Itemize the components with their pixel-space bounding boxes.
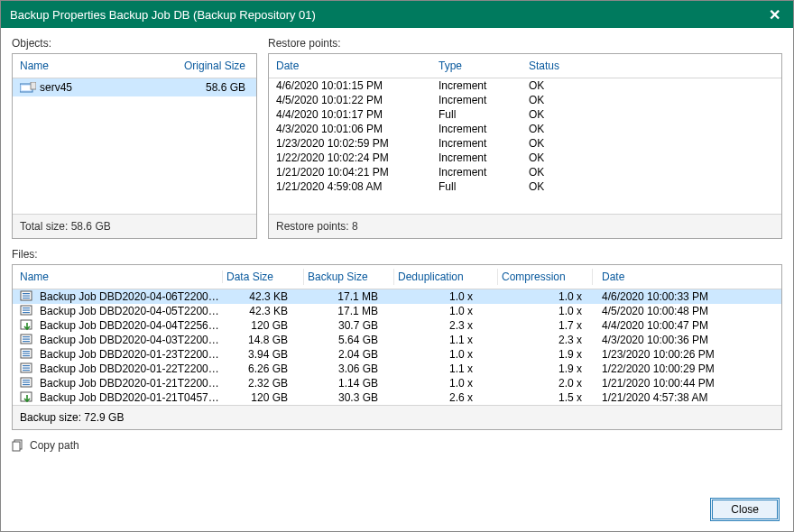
- object-size: 58.6 GB: [179, 81, 249, 94]
- file-data-size: 14.8 GB: [223, 334, 304, 346]
- rp-type: Increment: [439, 79, 529, 92]
- file-data-size: 120 GB: [223, 391, 304, 404]
- rp-status: OK: [529, 123, 601, 135]
- file-name: Backup Job DBD2020-04-06T220033_...: [40, 290, 223, 303]
- svg-rect-27: [23, 384, 30, 385]
- objects-label: Objects:: [12, 37, 257, 50]
- file-dedup: 1.0 x: [394, 305, 498, 317]
- copy-icon: [12, 439, 24, 452]
- objects-col-size[interactable]: Original Size: [179, 60, 249, 72]
- restore-row[interactable]: 1/21/2020 4:59:08 AMFullOK: [269, 179, 781, 194]
- svg-rect-30: [13, 442, 20, 451]
- close-button[interactable]: Close: [710, 498, 780, 521]
- files-col-data[interactable]: Data Size: [223, 271, 304, 283]
- file-comp: 1.0 x: [498, 305, 593, 317]
- files-row[interactable]: Backup Job DBD2020-01-21T045738_...120 G…: [13, 390, 781, 405]
- files-row[interactable]: Backup Job DBD2020-01-22T220029_...6.26 …: [13, 362, 781, 376]
- svg-rect-26: [23, 382, 30, 383]
- file-dedup: 1.0 x: [394, 377, 498, 390]
- rp-type: Full: [439, 108, 529, 121]
- svg-rect-23: [23, 370, 30, 371]
- files-label: Files:: [12, 248, 782, 261]
- titlebar[interactable]: Backup Properties Backup Job DB (Backup …: [1, 1, 793, 28]
- restore-col-status[interactable]: Status: [529, 60, 601, 72]
- svg-rect-8: [23, 307, 30, 308]
- file-dedup: 2.3 x: [394, 319, 498, 332]
- file-data-size: 6.26 GB: [223, 362, 304, 375]
- backup-file-icon: [20, 334, 34, 346]
- restore-row[interactable]: 4/4/2020 10:01:17 PMFullOK: [269, 107, 781, 122]
- objects-row[interactable]: serv4558.6 GB: [13, 78, 256, 96]
- rp-date: 1/22/2020 10:02:24 PM: [276, 151, 439, 164]
- files-col-backup[interactable]: Backup Size: [304, 271, 394, 283]
- svg-rect-21: [23, 365, 30, 366]
- rp-date: 4/4/2020 10:01:17 PM: [276, 108, 439, 121]
- files-row[interactable]: Backup Job DBD2020-04-03T220036_...14.8 …: [13, 333, 781, 347]
- restore-row[interactable]: 4/5/2020 10:01:22 PMIncrementOK: [269, 93, 781, 107]
- files-col-comp[interactable]: Compression: [498, 271, 593, 283]
- restore-col-type[interactable]: Type: [439, 60, 529, 72]
- file-date: 4/4/2020 10:00:47 PM: [593, 319, 774, 332]
- vm-icon: [20, 82, 34, 93]
- objects-section: Objects: Name Original Size serv4558.6 G…: [12, 37, 257, 239]
- objects-col-name[interactable]: Name: [20, 60, 179, 72]
- rp-date: 1/21/2020 4:59:08 AM: [276, 180, 439, 193]
- restore-row[interactable]: 1/22/2020 10:02:24 PMIncrementOK: [269, 151, 781, 165]
- svg-rect-13: [23, 336, 30, 337]
- file-name: Backup Job DBD2020-04-03T220036_...: [40, 334, 223, 346]
- restore-body: 4/6/2020 10:01:15 PMIncrementOK4/5/2020 …: [269, 78, 781, 214]
- file-date: 1/21/2020 4:57:38 AM: [593, 391, 774, 404]
- file-backup-size: 5.64 GB: [304, 334, 394, 346]
- backup-file-icon: [20, 377, 34, 390]
- files-section: Files: Name Data Size Backup Size Dedupl…: [12, 248, 782, 430]
- rp-status: OK: [529, 94, 601, 106]
- file-data-size: 120 GB: [223, 319, 304, 332]
- restore-col-date[interactable]: Date: [276, 60, 439, 72]
- close-icon[interactable]: ✕: [765, 6, 784, 23]
- backup-file-icon: [20, 290, 34, 303]
- restore-row[interactable]: 4/6/2020 10:01:15 PMIncrementOK: [269, 78, 781, 93]
- file-name: Backup Job DBD2020-01-21T045738_...: [40, 391, 223, 404]
- file-date: 1/22/2020 10:00:29 PM: [593, 362, 774, 375]
- files-row[interactable]: Backup Job DBD2020-04-05T220048_...42.3 …: [13, 304, 781, 318]
- file-name: Backup Job DBD2020-01-22T220029_...: [40, 362, 223, 375]
- file-name: Backup Job DBD2020-04-04T225607_...: [40, 319, 223, 332]
- rp-date: 1/23/2020 10:02:59 PM: [276, 137, 439, 150]
- restore-row[interactable]: 1/21/2020 10:04:21 PMIncrementOK: [269, 165, 781, 179]
- svg-rect-25: [23, 380, 30, 381]
- window-title: Backup Properties Backup Job DB (Backup …: [10, 8, 765, 22]
- file-name: Backup Job DBD2020-04-05T220048_...: [40, 305, 223, 317]
- restore-footer: Restore points: 8: [269, 214, 781, 238]
- file-date: 1/23/2020 10:00:26 PM: [593, 348, 774, 361]
- copy-path-button[interactable]: Copy path: [12, 439, 782, 452]
- files-body: Backup Job DBD2020-04-06T220033_...42.3 …: [13, 289, 781, 405]
- file-backup-size: 17.1 MB: [304, 305, 394, 317]
- svg-rect-19: [23, 355, 30, 356]
- restore-section: Restore points: Date Type Status 4/6/202…: [268, 37, 782, 239]
- files-col-date[interactable]: Date: [593, 271, 774, 283]
- files-row[interactable]: Backup Job DBD2020-01-21T220044_...2.32 …: [13, 376, 781, 390]
- file-data-size: 42.3 KB: [223, 305, 304, 317]
- file-comp: 1.0 x: [498, 290, 593, 303]
- files-footer: Backup size: 72.9 GB: [13, 405, 781, 429]
- svg-rect-4: [23, 293, 30, 294]
- files-header: Name Data Size Backup Size Deduplication…: [13, 265, 781, 289]
- rp-status: OK: [529, 108, 601, 121]
- files-row[interactable]: Backup Job DBD2020-01-23T220026_...3.94 …: [13, 347, 781, 362]
- rp-type: Increment: [439, 94, 529, 106]
- rp-status: OK: [529, 137, 601, 150]
- file-dedup: 1.1 x: [394, 334, 498, 346]
- objects-header: Name Original Size: [13, 54, 256, 78]
- files-row[interactable]: Backup Job DBD2020-04-04T225607_...120 G…: [13, 318, 781, 333]
- rp-date: 1/21/2020 10:04:21 PM: [276, 166, 439, 179]
- files-col-dedup[interactable]: Deduplication: [394, 271, 498, 283]
- files-row[interactable]: Backup Job DBD2020-04-06T220033_...42.3 …: [13, 289, 781, 304]
- svg-rect-2: [31, 82, 36, 89]
- files-col-name[interactable]: Name: [20, 271, 223, 283]
- file-comp: 1.9 x: [498, 362, 593, 375]
- restore-label: Restore points:: [268, 37, 782, 50]
- restore-row[interactable]: 4/3/2020 10:01:06 PMIncrementOK: [269, 122, 781, 136]
- svg-rect-17: [23, 351, 30, 352]
- restore-row[interactable]: 1/23/2020 10:02:59 PMIncrementOK: [269, 136, 781, 151]
- rp-status: OK: [529, 79, 601, 92]
